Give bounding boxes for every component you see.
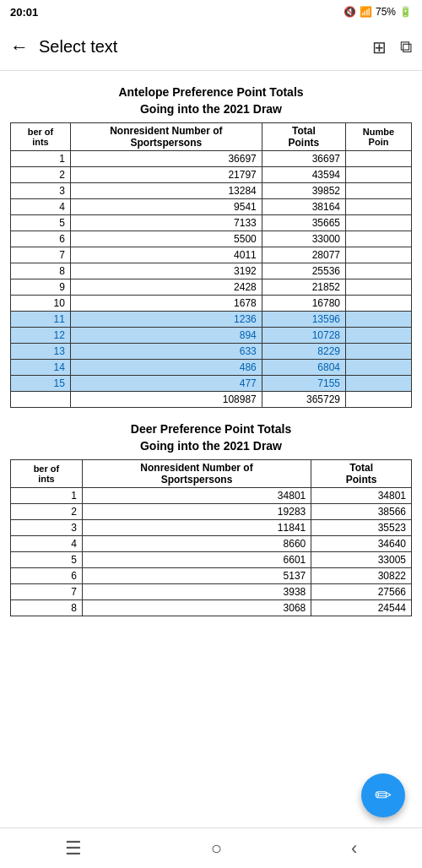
bottom-nav: ☰ ○ ‹ xyxy=(0,827,422,868)
antelope-table: ber ofints Nonresident Number ofSportspe… xyxy=(10,122,412,408)
deer-row: 31184135523 xyxy=(11,520,412,536)
antelope-cell-partial xyxy=(346,263,412,279)
deer-cell-points: 8 xyxy=(11,600,83,616)
antelope-cell-partial xyxy=(346,167,412,183)
deer-cell-total: 38566 xyxy=(311,504,412,520)
antelope-cell-partial xyxy=(346,199,412,215)
antelope-col-total: TotalPoints xyxy=(262,123,345,151)
antelope-cell-nonres: 1236 xyxy=(70,312,262,328)
antelope-row: 7401128077 xyxy=(11,247,412,263)
antelope-cell-partial xyxy=(346,151,412,167)
app-bar: ← Select text ⊞ ⧉ xyxy=(0,24,422,71)
deer-title: Deer Preference Point TotalsGoing into t… xyxy=(10,421,412,454)
battery-icon: 🔋 xyxy=(399,6,412,18)
antelope-cell-nonres: 3192 xyxy=(70,263,262,279)
status-time: 20:01 xyxy=(10,6,38,19)
antelope-cell-points: 9 xyxy=(11,279,71,296)
antelope-cell-total: 36697 xyxy=(262,151,345,167)
antelope-cell-points: 10 xyxy=(11,296,71,312)
deer-cell-points: 1 xyxy=(11,488,83,504)
deer-cell-points: 2 xyxy=(11,504,83,520)
battery-text: 75% xyxy=(376,6,396,18)
antelope-table-wrapper: ber ofints Nonresident Number ofSportspe… xyxy=(10,122,412,408)
deer-cell-points: 7 xyxy=(11,584,83,600)
antelope-cell-points: 5 xyxy=(11,215,71,231)
deer-row: 21928338566 xyxy=(11,504,412,520)
antelope-cell-points: 13 xyxy=(11,344,71,360)
antelope-row: 8319225536 xyxy=(11,263,412,279)
antelope-cell-partial xyxy=(346,231,412,247)
antelope-cell-points: 1 xyxy=(11,151,71,167)
antelope-cell-nonres: 633 xyxy=(70,344,262,360)
antelope-cell-total: 16780 xyxy=(262,296,345,312)
antelope-cell-partial xyxy=(346,183,412,199)
antelope-cell-partial xyxy=(346,296,412,312)
deer-cell-nonres: 19283 xyxy=(82,504,311,520)
antelope-cell-points: 14 xyxy=(11,360,71,376)
antelope-cell-points: 6 xyxy=(11,231,71,247)
antelope-row: 6550033000 xyxy=(11,231,412,247)
antelope-cell-points: 3 xyxy=(11,183,71,199)
deer-row: 6513730822 xyxy=(11,568,412,584)
deer-cell-total: 34801 xyxy=(311,488,412,504)
antelope-row: 4954138164 xyxy=(11,199,412,215)
antelope-row: 154777155 xyxy=(11,376,412,392)
antelope-cell-nonres: 4011 xyxy=(70,247,262,263)
deer-cell-points: 4 xyxy=(11,536,83,552)
antelope-cell-points: 12 xyxy=(11,328,71,344)
antelope-cell-partial xyxy=(346,376,412,392)
antelope-cell-total: 39852 xyxy=(262,183,345,199)
antelope-row: 144866804 xyxy=(11,360,412,376)
antelope-cell-nonres: 486 xyxy=(70,360,262,376)
antelope-cell-nonres: 5500 xyxy=(70,231,262,247)
deer-row: 13480134801 xyxy=(11,488,412,504)
deer-table: ber ofints Nonresident Number ofSportspe… xyxy=(10,459,412,616)
antelope-cell-partial xyxy=(346,312,412,328)
status-bar: 20:01 🔇 📶 75% 🔋 xyxy=(0,0,422,24)
deer-row: 7393827566 xyxy=(11,584,412,600)
antelope-title: Antelope Preference Point TotalsGoing in… xyxy=(10,84,412,117)
antelope-cell-partial xyxy=(346,328,412,344)
deer-cell-nonres: 5137 xyxy=(82,568,311,584)
antelope-cell-nonres: 36697 xyxy=(70,151,262,167)
antelope-cell-total: 21852 xyxy=(262,279,345,296)
antelope-cell-points: 7 xyxy=(11,247,71,263)
antelope-row: 136338229 xyxy=(11,344,412,360)
antelope-cell-total: 365729 xyxy=(262,392,345,408)
app-bar-title: Select text xyxy=(39,37,372,57)
antelope-cell-points: 8 xyxy=(11,263,71,279)
fab-icon: ✏ xyxy=(375,784,392,807)
deer-col-total: TotalPoints xyxy=(311,460,412,488)
antelope-cell-total: 33000 xyxy=(262,231,345,247)
copy-icon[interactable]: ⧉ xyxy=(400,37,412,57)
nav-home-button[interactable]: ○ xyxy=(211,838,222,860)
mute-icon: 🔇 xyxy=(344,6,356,18)
deer-section: Deer Preference Point TotalsGoing into t… xyxy=(0,415,422,623)
antelope-row: 31328439852 xyxy=(11,183,412,199)
deer-cell-points: 5 xyxy=(11,552,83,568)
back-button[interactable]: ← xyxy=(10,36,29,58)
deer-cell-nonres: 6601 xyxy=(82,552,311,568)
antelope-cell-nonres: 7133 xyxy=(70,215,262,231)
antelope-col-nonres: Nonresident Number ofSportspersons xyxy=(70,123,262,151)
antelope-row: 22179743594 xyxy=(11,167,412,183)
antelope-cell-total: 35665 xyxy=(262,215,345,231)
nav-back-button[interactable]: ‹ xyxy=(351,838,357,860)
grid-select-icon[interactable]: ⊞ xyxy=(372,37,387,57)
antelope-cell-total: 8229 xyxy=(262,344,345,360)
antelope-cell-nonres: 21797 xyxy=(70,167,262,183)
antelope-cell-total: 7155 xyxy=(262,376,345,392)
antelope-cell-nonres: 1678 xyxy=(70,296,262,312)
antelope-cell-points: 4 xyxy=(11,199,71,215)
fab-button[interactable]: ✏ xyxy=(361,773,405,817)
deer-cell-nonres: 3068 xyxy=(82,600,311,616)
deer-cell-points: 6 xyxy=(11,568,83,584)
antelope-cell-total: 13596 xyxy=(262,312,345,328)
deer-cell-total: 35523 xyxy=(311,520,412,536)
deer-cell-total: 30822 xyxy=(311,568,412,584)
app-bar-actions: ⊞ ⧉ xyxy=(372,37,412,57)
antelope-cell-nonres: 108987 xyxy=(70,392,262,408)
antelope-row: 13669736697 xyxy=(11,151,412,167)
nav-menu-button[interactable]: ☰ xyxy=(65,838,82,860)
deer-cell-nonres: 3938 xyxy=(82,584,311,600)
